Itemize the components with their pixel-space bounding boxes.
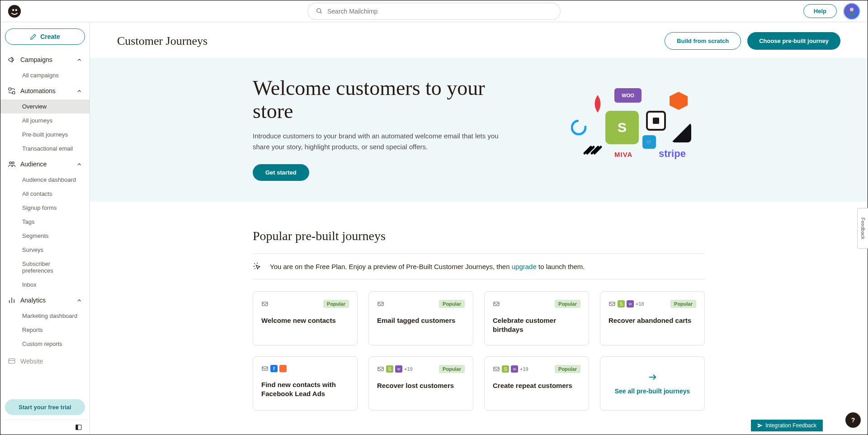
email-icon — [609, 300, 616, 307]
svg-point-2 — [15, 9, 17, 11]
nav-item-subscriber-preferences[interactable]: Subscriber preferences — [0, 257, 90, 278]
journey-card-welcome-new-contacts[interactable]: Popular Welcome new contacts — [253, 291, 358, 345]
nav-section-audience[interactable]: Audience — [0, 156, 90, 173]
arrow-right-icon — [647, 372, 657, 382]
chevron-up-icon — [76, 298, 82, 303]
pencil-icon — [30, 33, 37, 40]
nav-item-tags[interactable]: Tags — [0, 215, 90, 229]
lightspeed-logo-icon — [592, 95, 604, 113]
nav-label: Automations — [20, 87, 56, 95]
nav-section-website[interactable]: Website — [0, 353, 90, 370]
create-label: Create — [40, 33, 60, 40]
svg-rect-24 — [378, 367, 383, 371]
nav-label: Website — [20, 358, 43, 365]
svg-rect-19 — [262, 302, 268, 306]
popular-journeys-section: Popular pre-built journeys You are on th… — [253, 229, 705, 411]
nav-item-inbox[interactable]: Inbox — [0, 278, 90, 292]
page-header: Customer Journeys Build from scratch Cho… — [90, 22, 868, 58]
prestashop-logo-icon: 🛒 — [642, 135, 656, 149]
popular-badge: Popular — [555, 300, 580, 308]
nav-label: Campaigns — [20, 56, 52, 63]
svg-point-1 — [12, 9, 14, 11]
plus-count: +18 — [636, 301, 644, 307]
see-all-journeys-card[interactable]: See all pre-built journeys — [600, 356, 705, 411]
journey-cards-grid: Popular Welcome new contacts Popular Ema… — [253, 291, 705, 411]
help-button[interactable]: Help — [803, 4, 837, 18]
popular-badge: Popular — [323, 300, 349, 308]
email-icon — [493, 365, 500, 373]
nav-item-all-journeys[interactable]: All journeys — [0, 113, 90, 128]
card-title: Recover abandoned carts — [609, 316, 696, 325]
create-button[interactable]: Create — [5, 28, 85, 45]
start-trial-button[interactable]: Start your free trial — [5, 399, 85, 415]
user-avatar[interactable] — [843, 3, 860, 20]
choose-prebuilt-journey-button[interactable]: Choose pre-built journey — [747, 32, 840, 50]
nav-item-reports[interactable]: Reports — [0, 323, 90, 337]
chevron-up-icon — [76, 88, 82, 94]
megaphone-icon — [8, 56, 16, 64]
card-title: Recover lost customers — [377, 381, 465, 390]
sidebar-collapse-row — [0, 420, 90, 435]
squarespace-logo-icon — [582, 142, 604, 156]
plan-banner-text: You are on the Free Plan. Enjoy a previe… — [270, 263, 585, 270]
search-input[interactable] — [327, 8, 552, 15]
audience-icon — [8, 160, 16, 168]
nav-item-surveys[interactable]: Surveys — [0, 243, 90, 257]
build-from-scratch-button[interactable]: Build from scratch — [665, 32, 741, 50]
journey-card-email-tagged-customers[interactable]: Popular Email tagged customers — [368, 291, 473, 345]
journey-card-recover-abandoned-carts[interactable]: S W +18 Popular Recover abandoned carts — [600, 291, 705, 345]
card-icons — [493, 300, 500, 307]
svg-point-18 — [572, 121, 585, 134]
feedback-tab[interactable]: Feedback — [857, 208, 868, 249]
nav-item-pre-built-journeys[interactable]: Pre-built journeys — [0, 128, 90, 142]
email-icon — [261, 365, 269, 372]
plus-count: +19 — [404, 366, 413, 372]
banner-prefix: You are on the Free Plan. Enjoy a previe… — [270, 263, 512, 270]
journey-card-recover-lost-customers[interactable]: S W +19 Popular Recover lost customers — [368, 356, 473, 411]
nav-section-campaigns[interactable]: Campaigns — [0, 51, 90, 68]
nav-section-automations[interactable]: Automations — [0, 82, 90, 99]
square-logo-icon — [646, 111, 666, 131]
shopify-icon: S — [386, 365, 393, 373]
nav-label: Analytics — [20, 297, 46, 304]
nav-item-transactional-email[interactable]: Transactional email — [0, 142, 90, 156]
email-icon — [493, 300, 500, 307]
svg-rect-14 — [9, 359, 15, 364]
journey-card-create-repeat-customers[interactable]: S W +19 Popular Create repeat customers — [484, 356, 589, 411]
collapse-sidebar-icon[interactable] — [75, 424, 82, 431]
email-icon — [261, 300, 269, 307]
card-title: Email tagged customers — [377, 316, 465, 325]
journey-card-celebrate-birthdays[interactable]: Popular Celebrate customer birthdays — [484, 291, 589, 345]
journey-card-facebook-lead-ads[interactable]: f Find new contacts with Facebook Lead A… — [253, 356, 358, 411]
get-started-button[interactable]: Get started — [253, 164, 309, 181]
email-icon — [377, 365, 384, 373]
facebook-icon: f — [270, 365, 278, 372]
hero-title: Welcome customers to your store — [253, 77, 528, 123]
search-box[interactable] — [307, 3, 561, 20]
mailchimp-logo[interactable] — [8, 5, 21, 18]
magento-logo-icon — [670, 92, 688, 110]
nav-item-overview[interactable]: Overview — [0, 99, 90, 113]
miva-logo-icon: MIVA — [614, 151, 632, 158]
upgrade-link[interactable]: upgrade — [512, 263, 537, 270]
integration-feedback-button[interactable]: Integration Feedback — [751, 420, 823, 431]
nav-item-custom-reports[interactable]: Custom reports — [0, 337, 90, 351]
analytics-icon — [8, 296, 16, 304]
send-icon — [757, 423, 763, 428]
nav-item-marketing-dashboard[interactable]: Marketing dashboard — [0, 309, 90, 323]
section-title: Popular pre-built journeys — [253, 229, 705, 243]
card-title: Welcome new contacts — [261, 316, 349, 325]
svg-rect-7 — [9, 88, 11, 90]
banner-suffix: to launch them. — [537, 263, 585, 270]
nav-section-analytics[interactable]: Analytics — [0, 292, 90, 309]
nav-item-segments[interactable]: Segments — [0, 229, 90, 243]
nav-item-all-contacts[interactable]: All contacts — [0, 187, 90, 201]
nav-item-audience-dashboard[interactable]: Audience dashboard — [0, 173, 90, 187]
card-icons: S W +19 — [377, 365, 413, 373]
nav-item-signup-forms[interactable]: Signup forms — [0, 201, 90, 215]
svg-rect-23 — [262, 367, 268, 370]
card-icons — [377, 300, 384, 307]
nav-item-all-campaigns[interactable]: All campaigns — [0, 68, 90, 82]
bigcommerce-logo-icon — [671, 123, 691, 142]
help-fab[interactable]: ? — [845, 412, 861, 428]
